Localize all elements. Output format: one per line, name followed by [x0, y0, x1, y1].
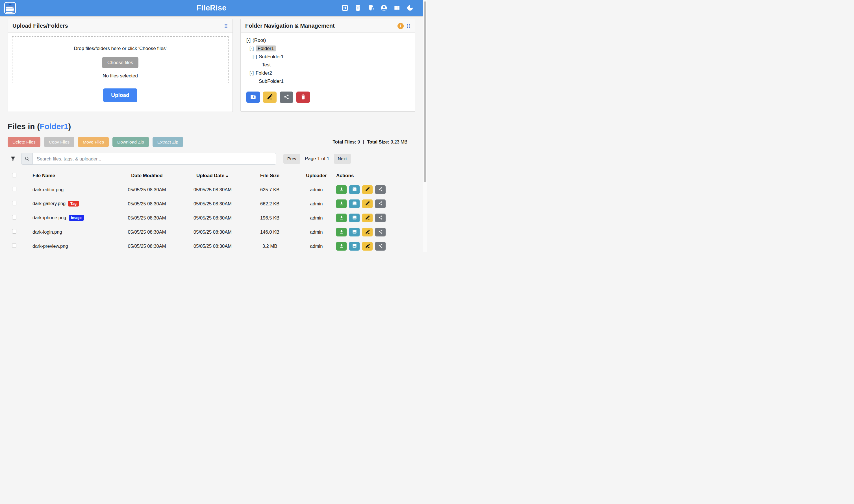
row-checkbox[interactable]	[12, 243, 16, 248]
edit-icon	[365, 243, 370, 249]
delete-files-button[interactable]: Delete Files	[7, 137, 40, 147]
logout-button[interactable]	[341, 3, 349, 13]
table-row-dark-editor-png: dark-editor.png05/05/25 08:30AM05/05/25 …	[7, 182, 415, 197]
tree-item-root[interactable]: [-](Root)	[246, 36, 410, 44]
share-file-button[interactable]	[375, 199, 386, 208]
drag-handle-icon[interactable]	[406, 23, 411, 29]
total-files-value: 9	[357, 140, 360, 144]
uploader-cell: admin	[297, 229, 336, 235]
download-file-button[interactable]	[336, 228, 347, 236]
filter-icon[interactable]	[10, 156, 16, 162]
edit-file-button[interactable]	[362, 228, 373, 236]
column-upload-date[interactable]: Upload Date▲	[182, 173, 243, 179]
copy-files-button[interactable]: Copy Files	[44, 137, 74, 147]
restore-trash-icon	[354, 4, 362, 12]
page-scrollbar[interactable]	[423, 0, 427, 252]
tree-folder-label[interactable]: SubFolder1	[259, 54, 284, 59]
table-row-dark-iphone-png: dark-iphone.pngImage05/05/25 08:30AM05/0…	[7, 211, 415, 225]
tree-folder-label[interactable]: Folder2	[256, 70, 272, 76]
column-file-size[interactable]: File Size	[243, 173, 297, 179]
admin-shield-button[interactable]	[366, 3, 376, 13]
tree-collapse-toggle[interactable]: [-]	[250, 70, 254, 76]
column-file-name[interactable]: File Name	[33, 173, 112, 179]
column-date-modified[interactable]: Date Modified	[112, 173, 182, 179]
share-icon	[378, 215, 383, 221]
share-file-button[interactable]	[375, 214, 386, 222]
extract-zip-button[interactable]: Extract Zip	[152, 137, 183, 147]
preview-file-button[interactable]	[349, 242, 360, 251]
share-file-button[interactable]	[375, 185, 386, 194]
bulk-action-buttons: Delete FilesCopy FilesMove FilesDownload…	[7, 137, 183, 147]
tree-item-subfolder1[interactable]: SubFolder1	[246, 77, 410, 85]
tree-collapse-toggle[interactable]: [-]	[250, 46, 254, 51]
preview-file-button[interactable]	[349, 185, 360, 194]
edit-file-button[interactable]	[362, 242, 373, 251]
sort-ascending-icon: ▲	[225, 174, 229, 178]
search-input[interactable]	[33, 153, 276, 165]
delete-folder-button[interactable]	[296, 92, 310, 103]
upload-dropzone[interactable]: Drop files/folders here or click 'Choose…	[12, 36, 229, 83]
folder-card-body: [-](Root)[-]Folder1[-]SubFolder1Test[-]F…	[241, 33, 415, 111]
scrollbar-thumb[interactable]	[424, 1, 426, 182]
edit-icon	[365, 201, 370, 207]
files-toolbar: Delete FilesCopy FilesMove FilesDownload…	[7, 137, 415, 147]
tree-collapse-toggle[interactable]: [-]	[253, 54, 257, 59]
file-name-cell: dark-login.png	[33, 229, 112, 235]
preview-file-button[interactable]	[349, 199, 360, 208]
grid-view-button[interactable]	[393, 3, 401, 13]
share-folder-button[interactable]	[280, 92, 293, 103]
download-icon	[339, 243, 344, 249]
account-button[interactable]	[379, 3, 388, 13]
rename-folder-button[interactable]	[263, 92, 276, 103]
row-checkbox[interactable]	[12, 201, 16, 205]
edit-file-button[interactable]	[362, 185, 373, 194]
info-icon[interactable]: i	[398, 23, 404, 29]
tree-folder-label[interactable]: Folder1	[256, 46, 276, 51]
tree-item-folder1[interactable]: [-]Folder1	[246, 44, 410, 53]
uploader-cell: admin	[297, 244, 336, 249]
account-icon	[380, 4, 387, 12]
preview-file-button[interactable]	[349, 214, 360, 222]
upload-date-cell: 05/05/25 08:30AM	[182, 215, 243, 221]
tree-item-folder2[interactable]: [-]Folder2	[246, 69, 410, 77]
upload-button[interactable]: Upload	[103, 88, 137, 102]
no-files-selected-text: No files selected	[13, 73, 228, 79]
create-folder-button[interactable]	[246, 92, 260, 103]
download-file-button[interactable]	[336, 242, 347, 251]
tree-folder-label[interactable]: (Root)	[253, 38, 266, 43]
tree-folder-label[interactable]: Test	[262, 62, 271, 68]
choose-files-button[interactable]: Choose files	[102, 57, 139, 68]
select-all-checkbox[interactable]	[12, 173, 16, 177]
download-file-button[interactable]	[336, 199, 347, 208]
folder-tree: [-](Root)[-]Folder1[-]SubFolder1Test[-]F…	[246, 36, 410, 85]
edit-file-button[interactable]	[362, 199, 373, 208]
tree-collapse-toggle[interactable]: [-]	[246, 38, 251, 43]
restore-trash-button[interactable]	[353, 3, 362, 13]
tree-folder-label[interactable]: SubFolder1	[259, 78, 284, 84]
download-file-button[interactable]	[336, 214, 347, 222]
download-zip-button[interactable]: Download Zip	[112, 137, 149, 147]
file-name: dark-iphone.png	[33, 215, 66, 220]
next-page-button[interactable]: Next	[334, 154, 351, 164]
tree-item-subfolder1[interactable]: [-]SubFolder1	[246, 53, 410, 61]
drag-handle-icon[interactable]	[224, 23, 228, 29]
menu-logo-button[interactable]	[3, 1, 17, 15]
row-checkbox[interactable]	[12, 187, 16, 191]
download-icon	[339, 229, 344, 235]
edit-file-button[interactable]	[362, 214, 373, 222]
share-file-button[interactable]	[375, 242, 386, 251]
prev-page-button[interactable]: Prev	[283, 154, 300, 164]
table-row-dark-login-png: dark-login.png05/05/25 08:30AM05/05/25 0…	[7, 225, 415, 239]
preview-file-button[interactable]	[349, 228, 360, 236]
preview-image-icon	[352, 229, 357, 235]
row-checkbox[interactable]	[12, 229, 16, 234]
column-uploader[interactable]: Uploader	[297, 173, 336, 179]
dark-mode-button[interactable]	[405, 3, 414, 13]
download-file-button[interactable]	[336, 185, 347, 194]
upload-date-cell: 05/05/25 08:30AM	[182, 244, 243, 249]
tree-item-test[interactable]: Test	[246, 61, 410, 69]
current-folder-link[interactable]: Folder1	[40, 122, 68, 131]
share-file-button[interactable]	[375, 228, 386, 236]
row-checkbox[interactable]	[12, 215, 16, 219]
move-files-button[interactable]: Move Files	[78, 137, 109, 147]
